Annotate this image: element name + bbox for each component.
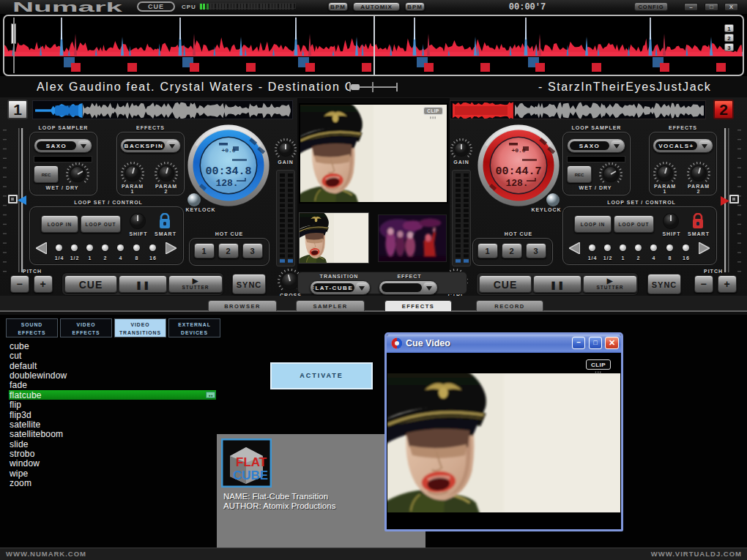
svg-text:128.: 128. xyxy=(505,178,528,189)
svg-text:00:44.7: 00:44.7 xyxy=(495,165,541,178)
svg-text:128.: 128. xyxy=(215,178,238,189)
svg-text:FLAT: FLAT xyxy=(236,455,267,469)
svg-text:CUBE: CUBE xyxy=(233,468,268,482)
svg-text:00:34.8: 00:34.8 xyxy=(205,165,251,178)
svg-text:Numark: Numark xyxy=(12,0,124,14)
